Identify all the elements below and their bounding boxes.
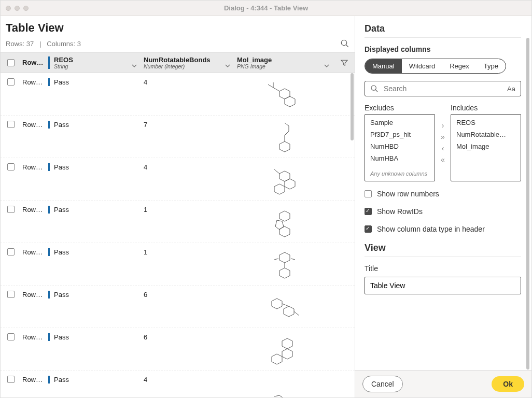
- list-item[interactable]: NumRotatable…: [451, 129, 521, 140]
- scrollbar[interactable]: [526, 38, 529, 369]
- window-title: Dialog - 4:344 - Table View: [1, 4, 531, 12]
- list-item[interactable]: NumHBD: [365, 140, 435, 152]
- list-item[interactable]: NumHBA: [365, 152, 435, 164]
- tab-regex[interactable]: Regex: [442, 59, 477, 73]
- reos-cell: Pass: [48, 206, 142, 214]
- molimage-cell: [235, 248, 334, 282]
- svg-line-20: [274, 259, 278, 260]
- excludes-note: Any unknown columns: [365, 168, 435, 179]
- tab-type[interactable]: Type: [477, 59, 506, 73]
- move-left-icon[interactable]: ‹: [438, 145, 447, 152]
- svg-line-32: [279, 395, 285, 397]
- reos-cell: Pass: [48, 333, 142, 341]
- list-item[interactable]: Sample: [365, 117, 435, 129]
- ok-button[interactable]: Ok: [492, 376, 524, 392]
- molimage-cell: [235, 163, 334, 197]
- select-all-checkbox[interactable]: [7, 59, 15, 66]
- section-view: View: [365, 243, 521, 253]
- svg-marker-3: [285, 96, 295, 107]
- search-input[interactable]: [384, 84, 502, 93]
- reos-cell: Pass: [48, 78, 142, 86]
- chevron-down-icon[interactable]: [131, 63, 137, 69]
- header-rowid[interactable]: Row…: [22, 59, 43, 66]
- table-stats: Rows: 37 | Columns: 3: [6, 40, 81, 48]
- search-icon[interactable]: [340, 39, 349, 48]
- svg-marker-26: [284, 306, 294, 317]
- header-molimage[interactable]: Mol_image PNG Image: [235, 56, 334, 69]
- svg-marker-28: [282, 338, 292, 349]
- move-all-right-icon[interactable]: »: [438, 133, 447, 140]
- numrotatablebonds-cell: 4: [142, 163, 235, 171]
- tab-manual[interactable]: Manual: [365, 59, 402, 73]
- list-item[interactable]: Mol_image: [451, 140, 521, 152]
- svg-line-35: [375, 90, 377, 92]
- table-row[interactable]: Row…Pass6: [1, 286, 355, 328]
- case-sensitive-toggle[interactable]: Aa: [507, 85, 515, 93]
- table-row[interactable]: Row…Pass1: [1, 243, 355, 286]
- svg-line-27: [294, 311, 299, 316]
- scrollbar[interactable]: [351, 73, 354, 397]
- list-item[interactable]: Pf3D7_ps_hit: [365, 129, 435, 140]
- excludes-list[interactable]: SamplePf3D7_ps_hitNumHBDNumHBAAny unknow…: [365, 114, 435, 181]
- row-checkbox[interactable]: [7, 248, 15, 255]
- svg-line-11: [285, 123, 289, 126]
- numrotatablebonds-cell: 6: [142, 333, 235, 341]
- svg-point-34: [371, 86, 376, 90]
- molimage-cell: [235, 291, 334, 324]
- title-input[interactable]: [365, 277, 521, 294]
- dialog-footer: Cancel Ok: [355, 370, 531, 397]
- table-row[interactable]: Row…Pass4: [1, 73, 355, 116]
- row-checkbox[interactable]: [7, 78, 15, 86]
- show-row-numbers-checkbox[interactable]: [365, 190, 372, 197]
- reos-cell: Pass: [48, 163, 142, 171]
- row-checkbox[interactable]: [7, 291, 15, 298]
- includes-list[interactable]: REOSNumRotatable…Mol_image: [451, 114, 521, 181]
- svg-line-9: [285, 131, 289, 135]
- row-checkbox[interactable]: [7, 206, 15, 213]
- numrotatablebonds-cell: 4: [142, 376, 235, 383]
- molimage-cell: [235, 78, 334, 112]
- show-datatype-checkbox[interactable]: [365, 225, 372, 233]
- svg-marker-13: [285, 179, 295, 189]
- row-checkbox[interactable]: [7, 376, 15, 383]
- table-row[interactable]: Row…Pass1: [1, 201, 355, 243]
- svg-marker-29: [282, 349, 292, 359]
- svg-marker-30: [272, 354, 282, 364]
- column-search[interactable]: Aa: [365, 81, 521, 96]
- chevron-down-icon[interactable]: [225, 63, 231, 69]
- reos-cell: Pass: [48, 248, 142, 256]
- header-reos[interactable]: REOS String: [48, 56, 142, 69]
- displayed-columns-label: Displayed columns: [365, 45, 521, 53]
- table-row[interactable]: Row…Pass6: [1, 328, 355, 371]
- rowid-cell: Row…: [22, 78, 48, 86]
- header-numrotatablebonds[interactable]: NumRotatableBonds Number (integer): [142, 56, 235, 69]
- table-row[interactable]: Row…Pass7: [1, 116, 355, 158]
- molimage-cell: [235, 376, 334, 397]
- numrotatablebonds-cell: 1: [142, 248, 235, 256]
- chevron-down-icon[interactable]: [324, 63, 330, 69]
- search-icon: [370, 84, 379, 93]
- rowid-cell: Row…: [22, 333, 48, 341]
- rowid-cell: Row…: [22, 206, 48, 214]
- column-mode-tabs: Manual Wildcard Regex Type: [365, 59, 506, 74]
- cancel-button[interactable]: Cancel: [362, 376, 403, 392]
- table-row[interactable]: Row…Pass4: [1, 158, 355, 201]
- row-checkbox[interactable]: [7, 121, 15, 128]
- filter-icon[interactable]: [334, 59, 355, 67]
- move-all-left-icon[interactable]: «: [438, 156, 447, 163]
- transfer-controls: › » ‹ «: [438, 104, 447, 181]
- table-header: Row… REOS String NumRotatableBonds Numbe…: [1, 52, 355, 73]
- row-checkbox[interactable]: [7, 163, 15, 170]
- svg-marker-16: [279, 211, 290, 221]
- titlebar: Dialog - 4:344 - Table View: [1, 1, 531, 16]
- tab-wildcard[interactable]: Wildcard: [402, 59, 443, 73]
- show-rowids-checkbox[interactable]: [365, 208, 372, 215]
- app-window: Dialog - 4:344 - Table View Table View R…: [0, 0, 532, 398]
- table-row[interactable]: Row…Pass4: [1, 371, 355, 397]
- reos-cell: Pass: [48, 376, 142, 383]
- svg-line-25: [282, 304, 289, 306]
- list-item[interactable]: REOS: [451, 117, 521, 129]
- row-checkbox[interactable]: [7, 333, 15, 340]
- svg-marker-18: [279, 226, 290, 237]
- move-right-icon[interactable]: ›: [438, 122, 447, 129]
